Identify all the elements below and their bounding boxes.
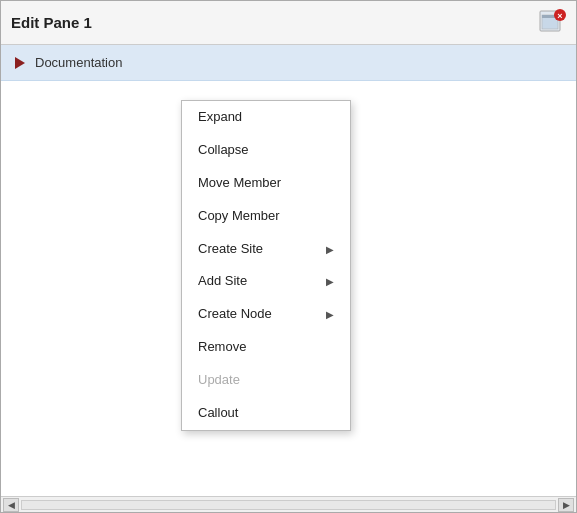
menu-item-update: Update (182, 364, 350, 397)
submenu-arrow-create-node: ▶ (326, 308, 334, 321)
menu-item-callout[interactable]: Callout (182, 397, 350, 430)
edit-pane-window: Edit Pane 1 × Documentation (0, 0, 577, 513)
submenu-arrow-add-site: ▶ (326, 275, 334, 288)
menu-item-create-site[interactable]: Create Site▶ (182, 233, 350, 266)
menu-item-remove[interactable]: Remove (182, 331, 350, 364)
context-menu: ExpandCollapseMove MemberCopy MemberCrea… (181, 100, 351, 431)
restore-close-button[interactable]: × (538, 9, 566, 37)
window-title: Edit Pane 1 (11, 14, 92, 31)
menu-item-add-site[interactable]: Add Site▶ (182, 265, 350, 298)
menu-item-label-expand: Expand (198, 109, 242, 126)
horizontal-scrollbar: ◀ ▶ (1, 496, 576, 512)
menu-item-expand[interactable]: Expand (182, 101, 350, 134)
submenu-arrow-create-site: ▶ (326, 243, 334, 256)
title-bar: Edit Pane 1 × (1, 1, 576, 45)
menu-item-label-remove: Remove (198, 339, 246, 356)
menu-item-label-move-member: Move Member (198, 175, 281, 192)
menu-item-label-create-node: Create Node (198, 306, 272, 323)
menu-item-copy-member[interactable]: Copy Member (182, 200, 350, 233)
scroll-right-button[interactable]: ▶ (558, 498, 574, 512)
menu-item-collapse[interactable]: Collapse (182, 134, 350, 167)
scroll-track[interactable] (21, 500, 556, 510)
menu-item-create-node[interactable]: Create Node▶ (182, 298, 350, 331)
svg-text:×: × (557, 11, 562, 21)
menu-item-label-update: Update (198, 372, 240, 389)
menu-item-label-copy-member: Copy Member (198, 208, 280, 225)
menu-item-label-callout: Callout (198, 405, 238, 422)
menu-item-label-create-site: Create Site (198, 241, 263, 258)
menu-item-label-add-site: Add Site (198, 273, 247, 290)
scroll-left-button[interactable]: ◀ (3, 498, 19, 512)
menu-item-label-collapse: Collapse (198, 142, 249, 159)
svg-marker-5 (15, 57, 25, 69)
tree-node-label: Documentation (35, 55, 122, 70)
tree-expand-arrow[interactable] (11, 54, 29, 72)
tree-row[interactable]: Documentation (1, 45, 576, 81)
content-area: Documentation ExpandCollapseMove MemberC… (1, 45, 576, 496)
menu-item-move-member[interactable]: Move Member (182, 167, 350, 200)
